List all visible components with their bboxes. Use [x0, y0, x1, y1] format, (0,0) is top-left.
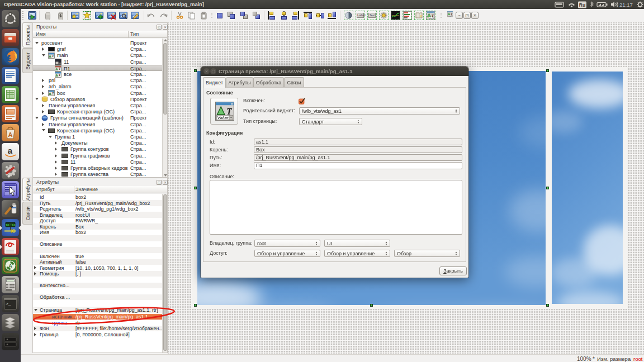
svg-text:A: A: [8, 263, 12, 269]
svg-text:10:10: 10:10: [5, 223, 15, 227]
svg-text:T: T: [226, 107, 233, 116]
svg-text:a: a: [8, 146, 13, 155]
svg-text:Ru: Ru: [579, 2, 585, 8]
svg-text:Value: Value: [448, 16, 452, 17]
svg-text:21:17: 21:17: [619, 2, 633, 8]
svg-text:Value: Value: [217, 115, 229, 120]
svg-text:A: A: [8, 131, 13, 138]
